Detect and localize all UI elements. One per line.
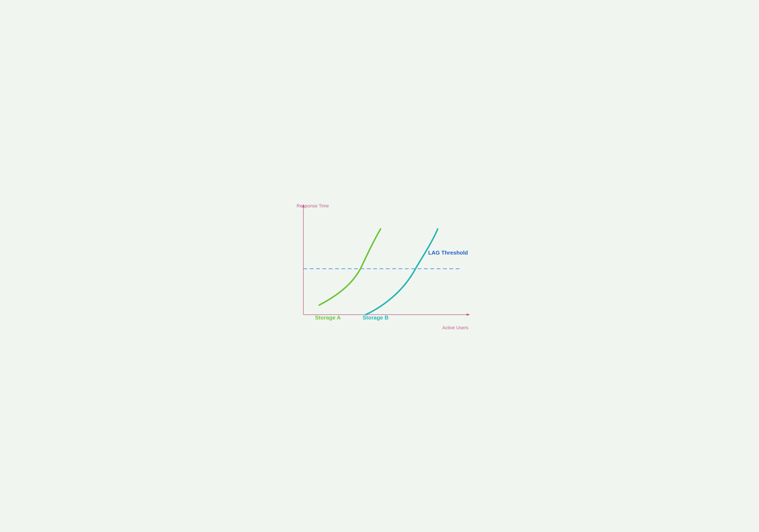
chart-svg bbox=[284, 199, 475, 333]
lag-threshold-label: LAG Threshold bbox=[428, 249, 468, 256]
chart-container: Response Time Active Users Storage A Sto… bbox=[284, 199, 475, 333]
x-axis-label: Active Users bbox=[442, 325, 468, 330]
storage-a-label: Storage A bbox=[315, 315, 341, 321]
y-axis-label: Response Time bbox=[297, 203, 329, 209]
storage-a-curve bbox=[319, 229, 380, 305]
svg-marker-3 bbox=[467, 313, 470, 316]
storage-b-label: Storage B bbox=[363, 315, 389, 321]
storage-b-curve bbox=[366, 229, 438, 315]
